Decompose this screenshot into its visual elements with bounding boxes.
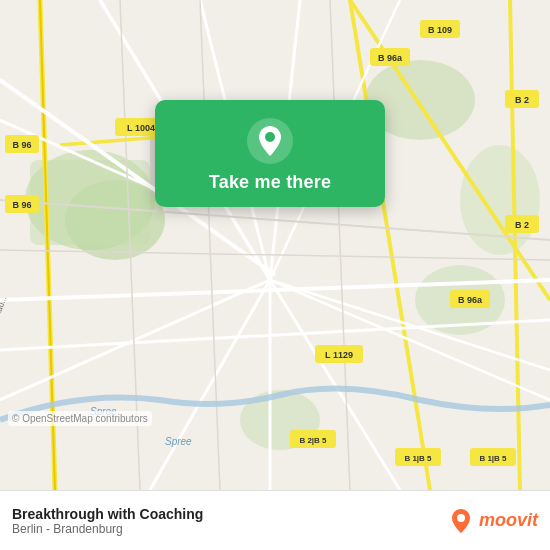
overlay-card[interactable]: Take me there	[155, 100, 385, 207]
svg-text:Spree: Spree	[165, 436, 192, 447]
svg-text:B 96: B 96	[12, 200, 31, 210]
destination-info: Breakthrough with Coaching Berlin - Bran…	[12, 506, 203, 536]
take-me-there-button[interactable]: Take me there	[209, 172, 331, 193]
svg-text:L 1004: L 1004	[127, 123, 155, 133]
svg-text:B 1|B 5: B 1|B 5	[404, 454, 432, 463]
destination-name: Breakthrough with Coaching	[12, 506, 203, 522]
location-pin-icon	[247, 118, 293, 164]
map-attribution: © OpenStreetMap contributors	[8, 411, 152, 426]
bottom-bar: Breakthrough with Coaching Berlin - Bran…	[0, 490, 550, 550]
svg-text:B 96a: B 96a	[458, 295, 483, 305]
svg-text:L 1129: L 1129	[325, 350, 353, 360]
svg-text:B 2|B 5: B 2|B 5	[299, 436, 327, 445]
destination-location: Berlin - Brandenburg	[12, 522, 203, 536]
svg-text:B 96: B 96	[12, 140, 31, 150]
svg-point-65	[457, 514, 465, 522]
moovit-logo: moovit	[447, 507, 538, 535]
svg-text:B 2: B 2	[515, 220, 529, 230]
svg-text:B 1|B 5: B 1|B 5	[479, 454, 507, 463]
svg-text:B 109: B 109	[428, 25, 452, 35]
svg-point-64	[265, 132, 275, 142]
moovit-label: moovit	[479, 510, 538, 531]
moovit-pin-icon	[447, 507, 475, 535]
svg-text:B 2: B 2	[515, 95, 529, 105]
svg-text:B 96a: B 96a	[378, 53, 403, 63]
map-container: B 96 B 96 B 96a B 96a B 109 B 2 B 2 L 10…	[0, 0, 550, 490]
